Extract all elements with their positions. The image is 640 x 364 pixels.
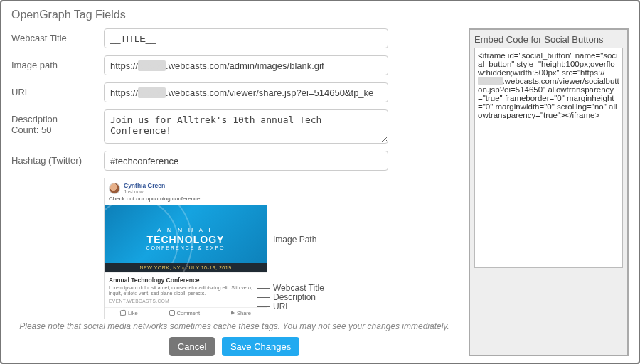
label-description-line2: Count: 50 [11, 124, 51, 135]
share-icon [231, 311, 235, 315]
like-icon [120, 310, 127, 316]
fb-image-line3: CONFERENCE & EXPO [146, 245, 225, 250]
row-url: URL https://xxxxxx.webcasts.com/viewer/s… [11, 82, 457, 102]
input-hashtag[interactable] [104, 151, 388, 171]
image-path-suffix: .webcasts.com/admin/images/blank.gif [166, 60, 324, 71]
fb-image: A N N U A L TECHNOLOGY CONFERENCE & EXPO… [105, 205, 267, 272]
fb-meta-url: EVENT.WEBCASTS.COM [109, 299, 262, 304]
embed-title: Embed Code for Social Buttons [474, 34, 623, 45]
embed-column: Embed Code for Social Buttons <iframe id… [469, 28, 629, 356]
fb-author: Cynthia Green [124, 182, 165, 189]
fb-share: Share [231, 310, 251, 316]
comment-icon [169, 310, 175, 316]
callout-url: URL [273, 301, 290, 311]
fb-meta: Annual Technology Conference Lorem ipsum… [105, 272, 267, 307]
fb-header: Cynthia Green Just now [105, 178, 267, 196]
label-description-line1: Description [11, 114, 58, 124]
callout-webcast-title: Webcast Title [273, 283, 324, 293]
callout-labels: Image Path Webcast Title Description URL [273, 178, 358, 320]
url-host-redacted: xxxxxx [138, 87, 166, 98]
url-prefix: https:// [110, 87, 138, 98]
image-path-prefix: https:// [110, 60, 138, 71]
save-button[interactable]: Save Changes [222, 337, 299, 356]
row-webcast-title: Webcast Title [11, 28, 457, 48]
input-description[interactable] [104, 109, 388, 144]
fb-post-text: Check out our upcoming conference! [105, 196, 267, 205]
label-image-path: Image path [11, 55, 104, 70]
input-webcast-title[interactable] [104, 28, 388, 48]
fb-name-block: Cynthia Green Just now [124, 182, 165, 194]
fb-image-strip: NEW YORK, NY • JULY 10-13, 2019 [105, 263, 267, 272]
fb-actions: Like Comment Share [105, 307, 267, 318]
embed-code-prefix: <iframe id="social_button" name="social_… [478, 51, 618, 77]
input-url[interactable]: https://xxxxxx.webcasts.com/viewer/share… [104, 82, 388, 102]
form-column: Webcast Title Image path https://xxxxxx.… [11, 28, 457, 356]
opengraph-panel: OpenGraph Tag Fields Webcast Title Image… [0, 0, 640, 364]
embed-code-host-redacted: xxxxxx [478, 77, 503, 85]
url-suffix: .webcasts.com/viewer/share.jsp?ei=514650… [166, 87, 373, 98]
fb-comment: Comment [169, 310, 201, 316]
row-image-path: Image path https://xxxxxx.webcasts.com/a… [11, 55, 457, 75]
preview-area: Cynthia Green Just now Check out our upc… [104, 178, 457, 320]
facebook-preview-card: Cynthia Green Just now Check out our upc… [104, 178, 267, 319]
fb-meta-desc: Lorem ipsum dolor sit amet, consectetur … [109, 285, 262, 297]
fb-timestamp: Just now [124, 189, 165, 194]
label-hashtag: Hashtag (Twitter) [11, 151, 104, 166]
row-description: Description Count: 50 [11, 109, 457, 144]
cancel-button[interactable]: Cancel [169, 337, 215, 356]
callout-image-path: Image Path [273, 235, 316, 245]
label-webcast-title: Webcast Title [11, 28, 104, 43]
avatar [109, 183, 120, 194]
fb-meta-title: Annual Technology Conference [109, 277, 262, 284]
callout-description: Description [273, 292, 316, 302]
fb-image-line2: TECHNOLOGY [147, 234, 225, 245]
fb-image-line1: A N N U A L [157, 227, 215, 234]
content-row: Webcast Title Image path https://xxxxxx.… [11, 28, 629, 356]
row-hashtag: Hashtag (Twitter) [11, 151, 457, 171]
button-row: Cancel Save Changes [11, 337, 457, 356]
label-description: Description Count: 50 [11, 109, 104, 135]
input-image-path[interactable]: https://xxxxxx.webcasts.com/admin/images… [104, 55, 388, 75]
section-title: OpenGraph Tag Fields [11, 9, 629, 21]
image-path-host-redacted: xxxxxx [138, 60, 166, 71]
label-url: URL [11, 82, 104, 97]
cache-note: Please note that social media networks s… [11, 321, 457, 331]
embed-code[interactable]: <iframe id="social_button" name="social_… [474, 48, 623, 268]
fb-like: Like [120, 310, 138, 316]
